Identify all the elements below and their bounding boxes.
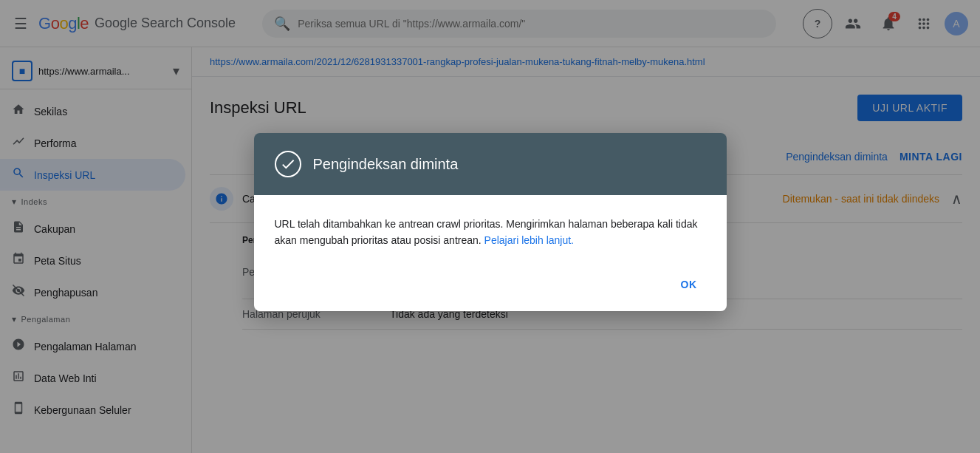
ok-button[interactable]: OK bbox=[669, 273, 709, 296]
dialog-check-icon bbox=[275, 151, 301, 177]
learn-more-link[interactable]: Pelajari lebih lanjut. bbox=[484, 234, 574, 246]
dialog-header: Pengindeksan diminta bbox=[254, 133, 727, 195]
dialog-body: URL telah ditambahkan ke antrean crawl p… bbox=[254, 195, 727, 264]
dialog-message: URL telah ditambahkan ke antrean crawl p… bbox=[275, 216, 706, 249]
dialog: Pengindeksan diminta URL telah ditambahk… bbox=[254, 133, 727, 311]
dialog-title: Pengindeksan diminta bbox=[313, 156, 459, 173]
dialog-overlay: Pengindeksan diminta URL telah ditambahk… bbox=[0, 0, 980, 453]
dialog-footer: OK bbox=[254, 264, 727, 311]
